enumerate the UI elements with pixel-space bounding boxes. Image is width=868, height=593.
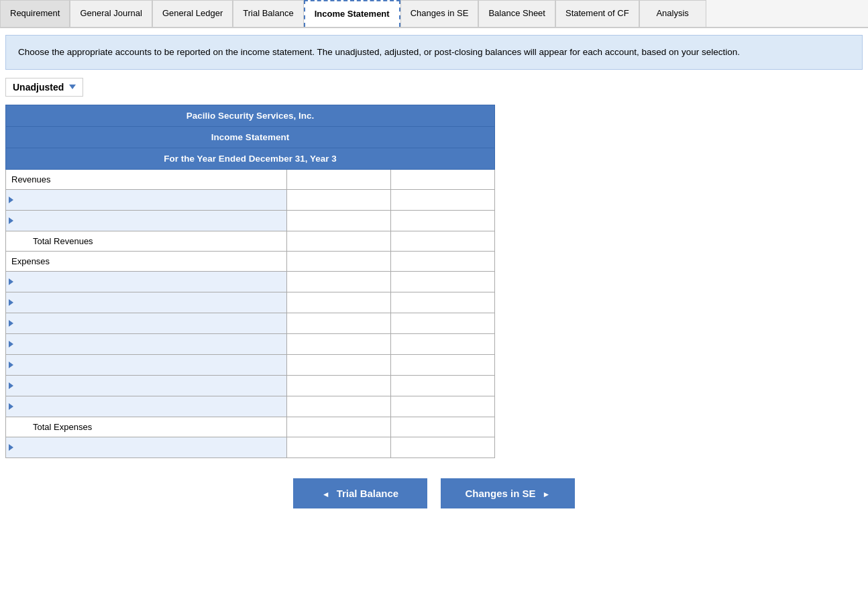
expense-input-2[interactable] [13,292,286,313]
next-label: Changes in SE [466,488,536,499]
row-arrow-icon-r2 [9,217,13,224]
expense-row-6 [6,375,495,396]
revenues-col1 [287,169,391,189]
expense-val1-3 [287,313,391,333]
total-expenses-val2 [391,417,495,437]
revenue-input-cell-1[interactable] [6,189,287,210]
expense-val1-7 [287,396,391,417]
expense-input-1[interactable] [13,272,286,292]
row-arrow-icon-net [9,444,13,451]
tab-balance-sheet[interactable]: Balance Sheet [478,0,555,27]
prev-button[interactable]: Trial Balance [293,478,427,508]
expenses-col1 [287,251,391,271]
total-expenses-val1 [287,417,391,437]
expense-row-2 [6,292,495,313]
revenue-input-cell-2[interactable] [6,210,287,231]
expense-input-7[interactable] [13,396,286,417]
total-expenses-label: Total Expenses [6,417,287,437]
expense-row-4 [6,333,495,354]
row-arrow-icon-e4 [9,341,13,347]
expense-row-7 [6,396,495,417]
expense-val2-5 [391,354,495,375]
expenses-col2 [391,251,495,271]
expense-input-4[interactable] [13,334,286,354]
total-revenues-row: Total Revenues [6,231,495,251]
info-banner: Choose the appropriate accounts to be re… [5,35,863,70]
revenue-val2-1 [391,189,495,210]
revenue-input-2[interactable] [13,211,286,231]
total-revenues-label: Total Revenues [6,231,287,251]
tab-statement-cf[interactable]: Statement of CF [555,0,639,27]
income-statement-table: Pacilio Security Services, Inc. Income S… [5,105,495,458]
expense-row-3 [6,313,495,333]
row-arrow-icon-e6 [9,382,13,389]
expenses-header-row: Expenses [6,251,495,271]
revenue-val2-2 [391,210,495,231]
period-cell: For the Year Ended December 31, Year 3 [6,148,495,169]
nav-buttons: Trial Balance Changes in SE [0,478,868,508]
company-name-row: Pacilio Security Services, Inc. [6,105,495,126]
company-name-cell: Pacilio Security Services, Inc. [6,105,495,126]
revenues-label: Revenues [6,169,287,189]
tab-requirement[interactable]: Requirement [0,0,70,27]
total-expenses-row: Total Expenses [6,417,495,437]
tab-income-statement[interactable]: Income Statement [304,0,400,27]
tab-bar: Requirement General Journal General Ledg… [0,0,868,28]
net-income-row [6,437,495,457]
expense-val1-6 [287,375,391,396]
row-arrow-icon-r1 [9,197,13,203]
revenues-col2 [391,169,495,189]
revenue-input-1[interactable] [13,190,286,210]
expense-val1-1 [287,271,391,292]
row-arrow-icon-e1 [9,278,13,285]
expense-val2-3 [391,313,495,333]
expense-val2-4 [391,333,495,354]
dropdown-value: Unadjusted [13,82,64,93]
dropdown-arrow-icon [69,85,76,89]
tab-general-journal[interactable]: General Journal [70,0,152,27]
tab-changes-se[interactable]: Changes in SE [400,0,479,27]
row-arrow-icon-e7 [9,403,13,410]
expense-val2-2 [391,292,495,313]
revenue-val1-2 [287,210,391,231]
prev-arrow-icon [322,488,330,499]
revenue-row-2 [6,210,495,231]
expense-val1-5 [287,354,391,375]
net-income-val1 [287,437,391,457]
total-revenues-val1 [287,231,391,251]
period-row: For the Year Ended December 31, Year 3 [6,148,495,169]
revenue-row-1 [6,189,495,210]
row-arrow-icon-e5 [9,362,13,368]
revenue-val1-1 [287,189,391,210]
expense-val2-1 [391,271,495,292]
revenues-header-row: Revenues [6,169,495,189]
next-arrow-icon [543,488,551,499]
net-income-val2 [391,437,495,457]
statement-name-row: Income Statement [6,126,495,148]
expense-val2-7 [391,396,495,417]
next-button[interactable]: Changes in SE [441,478,575,508]
tab-trial-balance[interactable]: Trial Balance [233,0,303,27]
prev-label: Trial Balance [337,488,399,499]
expense-val2-6 [391,375,495,396]
expenses-label: Expenses [6,251,287,271]
row-arrow-icon-e2 [9,299,13,306]
dropdown-area: Unadjusted [5,78,863,97]
tab-general-ledger[interactable]: General Ledger [152,0,233,27]
tab-analysis[interactable]: Analysis [639,0,706,27]
statement-name-cell: Income Statement [6,126,495,148]
expense-row-5 [6,354,495,375]
total-revenues-val2 [391,231,495,251]
balance-type-dropdown[interactable]: Unadjusted [5,78,83,97]
expense-val1-2 [287,292,391,313]
row-arrow-icon-e3 [9,320,13,327]
expense-val1-4 [287,333,391,354]
expense-input-6[interactable] [13,376,286,396]
expense-input-5[interactable] [13,355,286,375]
expense-row-1 [6,271,495,292]
net-income-input[interactable] [13,437,286,457]
expense-input-3[interactable] [13,313,286,333]
income-statement-table-container: Pacilio Security Services, Inc. Income S… [5,105,863,458]
